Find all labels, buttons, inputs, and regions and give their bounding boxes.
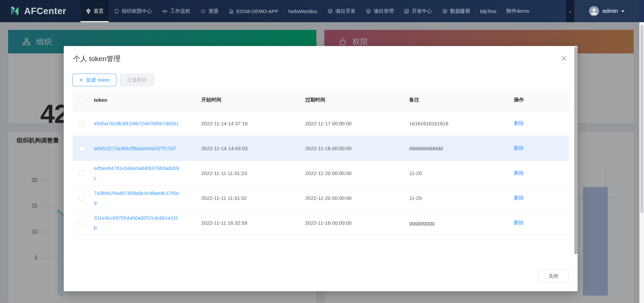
nav-label: 项目开发 (335, 8, 356, 14)
header-token: token (91, 97, 199, 103)
start-time: 2022-11-14 14:43:03 (199, 145, 303, 151)
expire-time: 2022-11-20 00:00:00 (303, 170, 407, 176)
chevron-right-icon: › (570, 8, 571, 14)
batch-delete-button[interactable]: 批量删除 (120, 74, 154, 86)
nav-item-project-dev[interactable]: 项目开发 (322, 0, 361, 22)
token-link[interactable]: a0efc3272a384cff9aa2e6a01f7f17d7 (94, 143, 180, 154)
dialog-toolbar: 新建 token 批量删除 (72, 74, 154, 86)
username: admin (602, 8, 618, 14)
token-table: token 开始时间 过期时间 备注 操作 4595a78c8b3f41f4b7… (72, 89, 569, 235)
delete-link[interactable]: 删除 (514, 195, 524, 201)
brand[interactable]: AFCenter (9, 0, 66, 22)
nav-label: bfpTest (480, 8, 496, 14)
start-time: 2022-11-11 11:31:52 (199, 195, 303, 201)
nav-label: 首页 (94, 8, 104, 14)
nav-item-workflow[interactable]: 工作流程 (157, 0, 195, 22)
nav-overflow-arrow[interactable]: › (566, 0, 574, 22)
start-time: 2022-11-14 14:37:18 (199, 121, 303, 126)
row-checkbox[interactable] (79, 171, 85, 176)
token-link[interactable]: ed5ee647d1e344a3a84f437663adcb9c (94, 163, 180, 183)
token-link[interactable]: 7a3b4b26a4b7459a9c4c8baedc1258c9 (94, 188, 180, 208)
page-scrollbar-thumb[interactable] (640, 25, 643, 213)
expire-time: 2022-11-17 00:00:00 (303, 121, 407, 126)
note: 16161616161616 (407, 121, 505, 126)
nav-item-bfptest[interactable]: bfpTest (475, 0, 501, 22)
screen: 组织 42 部门 权限 358 资源数量 组织机构调整量 20 15 10 5 (0, 0, 644, 303)
table-row: ed5ee647d1e344a3a84f437663adcb9c 2022-11… (72, 161, 569, 186)
delete-link[interactable]: 删除 (514, 120, 524, 126)
row-checkbox[interactable] (79, 196, 85, 201)
delete-link[interactable]: 删除 (514, 145, 524, 151)
note: 11-20 (407, 170, 505, 176)
shield-icon (114, 8, 119, 14)
new-token-button[interactable]: 新建 token (72, 74, 116, 86)
nav-label: 工作流程 (170, 8, 190, 14)
nav-item-project-mgmt[interactable]: 项目管理 (361, 0, 399, 22)
nav-item-dev-center[interactable]: 开发中心 (399, 0, 437, 22)
chevron-down-icon (621, 10, 625, 12)
note: 11-20 (407, 195, 505, 201)
header-note: 备注 (407, 97, 505, 103)
layers-icon (442, 8, 448, 14)
token-link[interactable]: 4595a78c8b3f41f4b72487bf067dd351 (94, 119, 180, 129)
dialog-scrollbar-thumb[interactable] (574, 47, 578, 254)
brand-name: AFCenter (24, 6, 66, 16)
heart-icon (200, 8, 206, 14)
avatar (589, 6, 599, 16)
layers-icon (366, 8, 371, 14)
table-header-row: token 开始时间 过期时间 备注 操作 (72, 89, 569, 111)
edit-icon (404, 8, 410, 14)
top-navbar: AFCenter 首页 组织权限中心 工作流程 资源 EOS8-DEMO-APP (0, 0, 644, 22)
table-row: 311e3cc697554a50a9257c4c6b1e1f2b 2022-11… (72, 211, 569, 235)
header-expire: 过期时间 (303, 97, 407, 103)
nav-item-resources[interactable]: 资源 (195, 0, 223, 22)
row-checkbox[interactable] (79, 121, 85, 126)
nav-item-attachment-demo[interactable]: 附件demo (501, 0, 534, 22)
nav-item-home[interactable]: 首页 (80, 0, 109, 22)
nav-item-org-perm-center[interactable]: 组织权限中心 (109, 0, 157, 22)
plus-icon (79, 78, 84, 82)
nav-item-helloworldss[interactable]: helloWorldss (283, 0, 322, 22)
expire-time: 2022-11-20 00:00:00 (303, 195, 407, 201)
note: ggggggggg (407, 220, 505, 226)
dialog-close-button[interactable]: 关闭 (538, 270, 569, 283)
note: dddddddddddd (407, 145, 505, 151)
new-token-label: 新建 token (86, 77, 110, 83)
start-time: 2022-11-11 11:31:23 (199, 170, 303, 176)
table-row: 4595a78c8b3f41f4b72487bf067dd351 2022-11… (72, 111, 569, 136)
gem-icon (86, 8, 91, 14)
user-menu[interactable]: admin (574, 0, 639, 22)
page-scrollbar[interactable] (639, 22, 644, 303)
row-checkbox[interactable] (79, 146, 85, 151)
nav-label: 开发中心 (412, 8, 432, 14)
dialog-title: 个人 token管理 (73, 54, 120, 63)
nav-label: 组织权限中心 (122, 8, 152, 14)
nav-item-eos8-demo-app[interactable]: EOS8-DEMO-APP (223, 0, 283, 22)
header-op: 操作 (505, 97, 569, 103)
nav-item-data-modeling[interactable]: 数据建模 (437, 0, 475, 22)
nav-label: 附件demo (506, 8, 529, 14)
nav-label: helloWorldss (288, 8, 317, 14)
app-icon (228, 8, 234, 14)
delete-link[interactable]: 删除 (514, 170, 524, 176)
workflow-icon (162, 8, 168, 14)
header-start: 开始时间 (199, 97, 303, 103)
delete-link[interactable]: 删除 (514, 220, 524, 225)
nav-label: EOS8-DEMO-APP (236, 8, 278, 14)
token-link[interactable]: 311e3cc697554a50a9257c4c6b1e1f2b (94, 213, 180, 233)
afcenter-logo-icon (9, 5, 21, 17)
token-manager-dialog: 个人 token管理 新建 token 批量删除 token 开始时间 过期时间… (64, 46, 578, 291)
start-time: 2022-11-11 16:32:59 (199, 220, 303, 226)
expire-time: 2022-11-16 00:00:00 (303, 220, 407, 226)
nav-label: 数据建模 (450, 8, 470, 14)
row-checkbox[interactable] (79, 220, 85, 226)
select-all-checkbox[interactable] (79, 97, 85, 103)
table-row: a0efc3272a384cff9aa2e6a01f7f17d7 2022-11… (72, 136, 569, 161)
nav-menu: 首页 组织权限中心 工作流程 资源 EOS8-DEMO-APP helloWor… (80, 0, 566, 22)
close-icon[interactable] (560, 55, 568, 62)
nav-label: 资源 (208, 8, 218, 14)
table-row: 7a3b4b26a4b7459a9c4c8baedc1258c9 2022-11… (72, 186, 569, 211)
expire-time: 2022-11-16 00:00:00 (303, 145, 407, 151)
nav-label: 项目管理 (374, 8, 394, 14)
cube-icon (327, 8, 333, 14)
